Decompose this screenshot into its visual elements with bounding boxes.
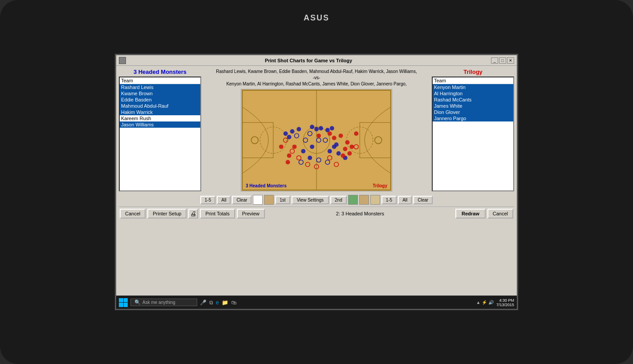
- court-label-right: Trilogy: [373, 183, 387, 188]
- window-buttons: _ □ ✕: [491, 57, 514, 64]
- print-totals-button[interactable]: Print Totals: [200, 209, 235, 218]
- printer-setup-button[interactable]: Printer Setup: [147, 209, 187, 218]
- svg-point-19: [301, 149, 305, 154]
- left-player-eddie[interactable]: Eddie Basden: [120, 97, 200, 103]
- svg-point-44: [349, 145, 354, 149]
- search-text: Ask me anything: [142, 300, 175, 305]
- right-player-jannero[interactable]: Jannero Pargo: [433, 115, 513, 121]
- left-player-mahmoud[interactable]: Mahmoud Abdul-Rauf: [120, 103, 200, 109]
- svg-point-38: [292, 145, 296, 149]
- cancel2-button[interactable]: Cancel: [487, 209, 513, 218]
- tablet-screen: Print Shot Charts for Game vs Trilogy _ …: [116, 55, 517, 309]
- svg-point-35: [279, 145, 284, 149]
- left-player-kwame[interactable]: Kwame Brown: [120, 90, 200, 97]
- svg-point-10: [284, 131, 288, 136]
- svg-point-37: [286, 160, 290, 165]
- right-player-rashad[interactable]: Rashad McCants: [433, 97, 513, 103]
- system-tray: ▲ ⚡ 🔊: [476, 300, 493, 305]
- left-team-name: 3 Headed Monsters: [119, 69, 201, 75]
- right-range-button[interactable]: 1-5: [381, 196, 397, 204]
- svg-point-41: [332, 136, 337, 140]
- svg-point-15: [314, 127, 319, 131]
- svg-point-24: [337, 151, 341, 156]
- left-clear-button[interactable]: Clear: [232, 196, 252, 204]
- asus-logo: ASUS: [304, 13, 329, 23]
- svg-point-45: [343, 147, 347, 151]
- taskbar: 🔍 Ask me anything 🎤 ⧉ e 📁 🛍 ▲ ⚡ 🔊 4:30 P…: [116, 295, 517, 309]
- search-icon: 🔍: [134, 299, 141, 305]
- svg-point-39: [316, 133, 321, 138]
- matchup-text: Rashard Lewis, Kwame Brown, Eddie Basden…: [216, 69, 417, 87]
- color-box-tan2[interactable]: [359, 195, 369, 205]
- svg-point-25: [334, 142, 339, 147]
- period-1st-button[interactable]: 1st: [275, 196, 290, 204]
- left-player-list[interactable]: Team Rashard Lewis Kwame Brown Eddie Bas…: [119, 77, 201, 191]
- svg-point-36: [287, 154, 292, 158]
- away-players: Kenyon Martin, Al Harrington, Rashad McC…: [226, 81, 406, 86]
- svg-point-16: [319, 126, 323, 130]
- left-team-panel: 3 Headed Monsters Team Rashard Lewis Kwa…: [119, 69, 201, 191]
- vs-text: -vs-: [313, 75, 321, 80]
- clock: 4:30 PM 7/13/2015: [496, 298, 514, 307]
- footer-bar: Cancel Printer Setup 🖨 Print Totals Prev…: [119, 206, 514, 219]
- left-player-hakim[interactable]: Hakim Warrick: [120, 109, 200, 115]
- svg-point-11: [290, 129, 295, 133]
- start-button[interactable]: [119, 298, 128, 307]
- svg-point-13: [296, 127, 301, 131]
- search-bar[interactable]: 🔍 Ask me anything: [130, 299, 197, 306]
- right-team-name: Trilogy: [432, 69, 514, 75]
- tablet-container: ASUS Print Shot Charts for Game vs Trilo…: [0, 0, 633, 364]
- svg-point-43: [345, 140, 349, 145]
- svg-point-14: [310, 125, 314, 129]
- printer-icon: 🖨: [188, 209, 198, 218]
- color-box-tan[interactable]: [264, 195, 274, 205]
- center-panel: Rashard Lewis, Kwame Brown, Eddie Basden…: [203, 69, 430, 191]
- right-clear-button[interactable]: Clear: [413, 196, 433, 204]
- court-container: 3 Headed Monsters Trilogy: [241, 89, 392, 191]
- edge-icon: e: [216, 299, 219, 306]
- left-range-button[interactable]: 1-5: [200, 196, 215, 204]
- color-box-white[interactable]: [253, 195, 263, 205]
- svg-point-40: [328, 131, 332, 136]
- mic-icon: 🎤: [200, 299, 207, 306]
- top-section: 3 Headed Monsters Team Rashard Lewis Kwa…: [119, 69, 514, 191]
- right-player-al[interactable]: Al Harrington: [433, 90, 513, 97]
- store-icon: 🛍: [231, 299, 236, 306]
- cancel-button[interactable]: Cancel: [120, 209, 146, 218]
- right-list-header: Team: [433, 77, 513, 84]
- bottom-controls: 1-5 All Clear 1st View Settings 2nd 1-5 …: [119, 195, 514, 205]
- svg-point-48: [354, 131, 358, 136]
- close-button[interactable]: ✕: [507, 57, 514, 64]
- right-player-dion[interactable]: Dion Glover: [433, 109, 513, 115]
- redraw-button[interactable]: Redraw: [455, 209, 486, 218]
- left-player-rashard[interactable]: Rashard Lewis: [120, 84, 200, 90]
- screen-wrapper: Print Shot Charts for Game vs Trilogy _ …: [115, 54, 518, 310]
- svg-point-42: [339, 133, 343, 138]
- preview-button[interactable]: Preview: [237, 209, 265, 218]
- minimize-button[interactable]: _: [491, 57, 498, 64]
- right-player-list[interactable]: Team Kenyon Martin Al Harrington Rashad …: [432, 77, 514, 191]
- svg-point-47: [341, 154, 345, 158]
- svg-point-20: [308, 156, 312, 160]
- title-bar: Print Shot Charts for Game vs Trilogy _ …: [116, 55, 517, 66]
- window-icon: [119, 57, 126, 64]
- svg-point-22: [328, 149, 332, 154]
- right-player-kenyon[interactable]: Kenyon Martin: [433, 84, 513, 90]
- maximize-button[interactable]: □: [499, 57, 506, 64]
- left-player-jason[interactable]: Jason Williams: [120, 121, 200, 128]
- task-view-icon: ⧉: [209, 299, 213, 306]
- status-label: 2: 3 Headed Monsters: [267, 211, 454, 216]
- color-box-green[interactable]: [348, 195, 358, 205]
- color-box-beige[interactable]: [370, 195, 380, 205]
- period-2nd-button[interactable]: 2nd: [330, 196, 347, 204]
- view-settings-button[interactable]: View Settings: [292, 196, 329, 204]
- right-team-panel: Trilogy Team Kenyon Martin Al Harrington…: [432, 69, 514, 191]
- right-all-button[interactable]: All: [398, 196, 412, 204]
- home-players: Rashard Lewis, Kwame Brown, Eddie Basden…: [216, 69, 417, 74]
- left-player-kareem[interactable]: Kareem Rush: [120, 115, 200, 121]
- left-all-button[interactable]: All: [217, 196, 231, 204]
- court-label-left: 3 Headed Monsters: [246, 183, 287, 188]
- main-content: 3 Headed Monsters Team Rashard Lewis Kwa…: [116, 66, 517, 295]
- right-player-james[interactable]: James White: [433, 103, 513, 109]
- window-title: Print Shot Charts for Game vs Trilogy: [126, 58, 491, 63]
